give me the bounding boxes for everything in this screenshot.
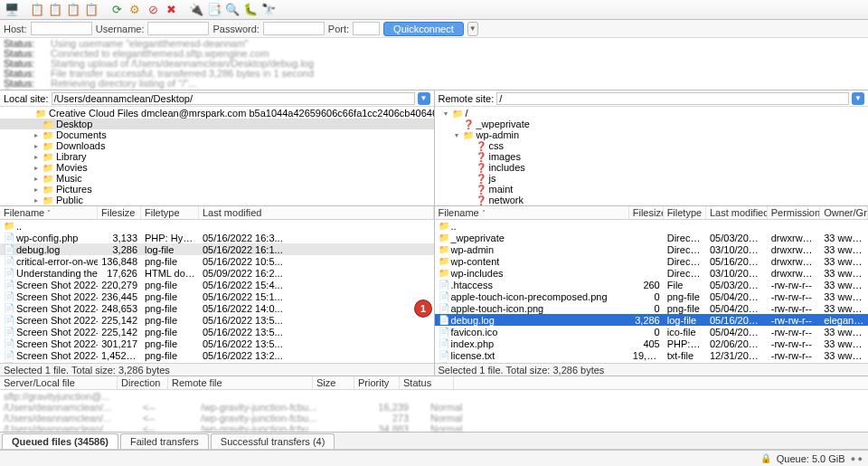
- tree-node[interactable]: ▸📁Documents: [0, 129, 434, 140]
- file-row[interactable]: 📄index.php405PHP: Hype..02/06/2020 ...-r…: [435, 338, 869, 349]
- file-row[interactable]: 📄Screen Shot 2022-05..225,142png-file05/…: [0, 326, 434, 338]
- processing-icon[interactable]: ⚙: [127, 2, 143, 18]
- file-row[interactable]: 📄Understanding the Uni..17,626HTML docum…: [0, 267, 434, 279]
- tree-node[interactable]: ❓css: [435, 140, 869, 151]
- filter-icon[interactable]: 📑: [206, 2, 222, 18]
- remote-tree[interactable]: ▾📁/❓_wpeprivate▾📁wp-admin❓css❓images❓inc…: [435, 107, 869, 206]
- message-log[interactable]: Status:Using username "elegantthemesd-de…: [0, 38, 868, 90]
- file-row[interactable]: 📄.htaccess260File05/03/2022 1...-rw-rw-r…: [435, 279, 869, 290]
- col-filename[interactable]: Filename˅: [0, 206, 98, 219]
- file-row[interactable]: 📄Screen Shot 2022-05..225,142png-file05/…: [0, 314, 434, 326]
- queue-col[interactable]: Remote file: [168, 376, 313, 389]
- queue-size-label: Queue: 5.0 GiB: [777, 453, 845, 464]
- cancel-icon[interactable]: ⊘: [145, 2, 161, 18]
- tree-node[interactable]: ❓js: [435, 173, 869, 184]
- col-permissions[interactable]: Permissions: [768, 206, 820, 219]
- file-row[interactable]: 📄favicon.ico0ico-file05/04/2022 1...-rw-…: [435, 326, 869, 338]
- disconnect-icon[interactable]: ✖: [163, 2, 179, 18]
- tree-node[interactable]: ❓network: [435, 195, 869, 205]
- transfer-queue: Server/Local fileDirectionRemote fileSiz…: [0, 376, 868, 433]
- remote-path-input[interactable]: [496, 92, 849, 105]
- tree-node[interactable]: ▾📁/: [435, 108, 869, 119]
- file-row[interactable]: 📄wp-config.php3,133PHP: Hypertext P..05/…: [0, 232, 434, 243]
- tree-node[interactable]: ❓_wpeprivate: [435, 119, 869, 129]
- port-input[interactable]: [353, 22, 380, 35]
- tree-node[interactable]: ❓images: [435, 151, 869, 162]
- padlock-icon[interactable]: 🔒: [760, 453, 771, 463]
- local-pane: Local site: ▼ 📁Creative Cloud Files dmcl…: [0, 90, 434, 376]
- queue-col[interactable]: Server/Local file: [0, 376, 118, 389]
- tree-node[interactable]: ▸📁Downloads: [0, 140, 434, 151]
- remote-path-dropdown-icon[interactable]: ▼: [852, 92, 864, 105]
- annotation-marker-1: 1: [415, 300, 431, 317]
- local-path-input[interactable]: [52, 92, 415, 105]
- file-row[interactable]: 📄apple-touch-icon.png0png-file05/04/2022…: [435, 302, 869, 314]
- file-row[interactable]: 📄debug.log3,286log-file05/16/2022 1...-r…: [435, 314, 869, 326]
- toggle-log-icon[interactable]: 📋: [47, 2, 63, 18]
- file-row[interactable]: 📄Screen Shot 2022-05..1,452,095png-file0…: [0, 349, 434, 361]
- file-row[interactable]: 📄Screen Shot 2022-05..301,217png-file05/…: [0, 338, 434, 349]
- file-row[interactable]: 📁..: [0, 220, 434, 232]
- col-filesize[interactable]: Filesize: [98, 206, 141, 219]
- local-tree[interactable]: 📁Creative Cloud Files dmclean@mrspark.co…: [0, 107, 434, 206]
- compare-icon[interactable]: 🐛: [242, 2, 259, 18]
- queue-col[interactable]: Size: [313, 376, 354, 389]
- tree-node[interactable]: ▾📁wp-admin: [435, 129, 869, 140]
- col-modified[interactable]: Last modified: [706, 206, 768, 219]
- remote-file-list[interactable]: 📁..📁_wpeprivateDirectory05/03/2022 1...d…: [435, 220, 869, 363]
- tree-node[interactable]: ❓maint: [435, 184, 869, 195]
- file-row[interactable]: 📄Screen Shot 2022-05..220,279png-file05/…: [0, 279, 434, 290]
- password-input[interactable]: [263, 22, 325, 35]
- tree-node[interactable]: ❓includes: [435, 162, 869, 173]
- remote-status: Selected 1 file. Total size: 3,286 bytes: [435, 363, 869, 376]
- col-modified[interactable]: Last modified: [199, 206, 434, 219]
- tree-node[interactable]: 📁Creative Cloud Files dmclean@mrspark.co…: [0, 108, 434, 119]
- queue-col[interactable]: Priority: [354, 376, 400, 389]
- quickconnect-dropdown-icon[interactable]: ▼: [467, 22, 478, 36]
- file-row[interactable]: 📄critical-error-on-web..136,848png-file0…: [0, 255, 434, 267]
- queue-col[interactable]: Direction: [118, 376, 168, 389]
- col-filetype[interactable]: Filetype: [664, 206, 706, 219]
- username-input[interactable]: [147, 22, 209, 35]
- file-row[interactable]: 📁wp-includesDirectory03/10/2022 1...drwx…: [435, 267, 869, 279]
- col-filename[interactable]: Filename˄: [435, 206, 629, 219]
- reconnect-icon[interactable]: 🔌: [188, 2, 204, 18]
- tree-node[interactable]: ▸📁Library: [0, 151, 434, 162]
- col-filesize[interactable]: Filesize: [629, 206, 664, 219]
- col-owner[interactable]: Owner/Group: [820, 206, 868, 219]
- refresh-icon[interactable]: ⟳: [108, 2, 125, 18]
- remote-pane: Remote site: ▼ ▾📁/❓_wpeprivate▾📁wp-admin…: [434, 90, 869, 376]
- file-row[interactable]: 📄Screen Shot 2022-05..236,445png-file05/…: [0, 290, 434, 302]
- col-filetype[interactable]: Filetype: [141, 206, 199, 219]
- file-row[interactable]: 📁..: [435, 220, 869, 232]
- file-row[interactable]: 📁wp-contentDirectory05/16/2022 1...drwxr…: [435, 255, 869, 267]
- queue-body[interactable]: sftp://gravityjunction@.../Users/deannam…: [0, 390, 868, 432]
- tab-queued[interactable]: Queued files (34586): [2, 433, 118, 449]
- tab-success[interactable]: Successful transfers (4): [211, 433, 335, 449]
- server-list-icon[interactable]: 🖥️: [4, 2, 20, 18]
- file-row[interactable]: 📁_wpeprivateDirectory05/03/2022 1...drwx…: [435, 232, 869, 243]
- port-label: Port:: [328, 24, 349, 34]
- quickconnect-button[interactable]: Quickconnect: [383, 22, 464, 36]
- toggle-tree-icon[interactable]: 📋: [65, 2, 81, 18]
- tree-node[interactable]: ▸📁Public: [0, 195, 434, 205]
- local-file-list[interactable]: 📁..📄wp-config.php3,133PHP: Hypertext P..…: [0, 220, 434, 363]
- tree-node[interactable]: ▸📁Music: [0, 173, 434, 184]
- site-manager-icon[interactable]: 📋: [29, 2, 45, 18]
- toggle-queue-icon[interactable]: 📋: [83, 2, 99, 18]
- file-row[interactable]: 📄license.txt19,915txt-file12/31/2021 1..…: [435, 349, 869, 361]
- search-icon[interactable]: 🔍: [224, 2, 241, 18]
- tree-node[interactable]: ▸📁Movies: [0, 162, 434, 173]
- local-path-dropdown-icon[interactable]: ▼: [418, 92, 430, 105]
- tree-node[interactable]: 📁Desktop: [0, 119, 434, 129]
- file-row[interactable]: 📄Screen Shot 2022-05..248,653png-file05/…: [0, 302, 434, 314]
- file-row[interactable]: 📁wp-adminDirectory03/10/2022 1...drwxrwx…: [435, 243, 869, 255]
- tab-failed[interactable]: Failed transfers: [120, 433, 209, 449]
- file-row[interactable]: 📄apple-touch-icon-precomposed.png0png-fi…: [435, 290, 869, 302]
- queue-col[interactable]: Status: [400, 376, 454, 389]
- queue-indicator-icon[interactable]: ● ●: [851, 454, 863, 463]
- file-row[interactable]: 📄debug.log3,286log-file05/16/2022 16:1..…: [0, 243, 434, 255]
- tree-node[interactable]: ▸📁Pictures: [0, 184, 434, 195]
- host-input[interactable]: [31, 22, 92, 35]
- binoculars-icon[interactable]: 🔭: [260, 2, 277, 18]
